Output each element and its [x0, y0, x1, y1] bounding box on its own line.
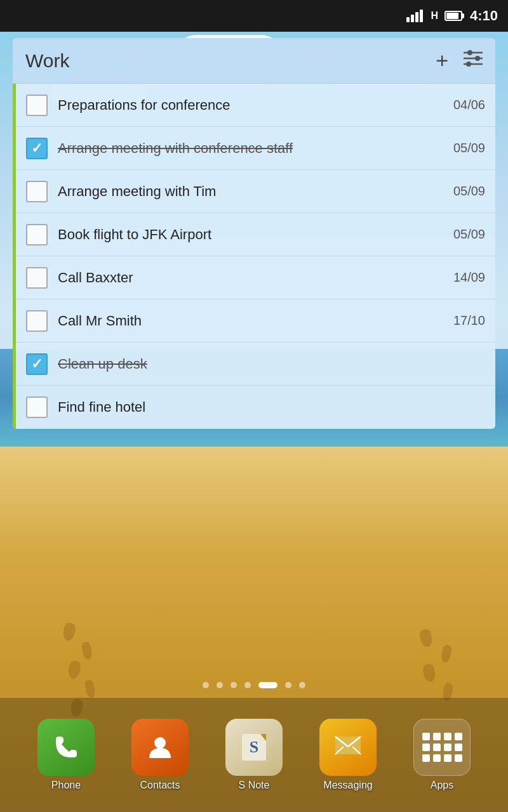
- task-text: Find fine hotel: [58, 399, 485, 416]
- dock-item-messaging[interactable]: Messaging: [319, 719, 377, 791]
- widget-title: Work: [25, 50, 69, 72]
- task-item[interactable]: Arrange meeting with Tim05/09: [16, 170, 495, 213]
- phone-icon: [37, 719, 95, 776]
- task-item[interactable]: Find fine hotel: [16, 386, 495, 429]
- page-indicator-dot[interactable]: [258, 682, 277, 688]
- task-date: 05/09: [453, 141, 485, 155]
- apps-grid-icon: [413, 719, 471, 776]
- task-date: 05/09: [453, 184, 485, 199]
- svg-point-6: [154, 737, 166, 749]
- status-time: 4:10: [470, 8, 498, 24]
- task-checkbox[interactable]: ✓: [26, 353, 48, 375]
- task-item[interactable]: Preparations for conference04/06: [16, 84, 495, 127]
- task-date: 17/10: [453, 313, 485, 328]
- page-indicator-dot[interactable]: [231, 682, 237, 688]
- task-text: Call Baxxter: [58, 270, 446, 286]
- task-text: Arrange meeting with Tim: [58, 183, 446, 200]
- contacts-icon: [131, 719, 189, 776]
- task-checkbox[interactable]: [26, 396, 48, 418]
- widget-header: Work +: [13, 38, 495, 84]
- battery-icon: [444, 11, 462, 21]
- snote-label: S Note: [239, 780, 270, 791]
- dock-item-snote[interactable]: S S Note: [225, 719, 283, 791]
- dock-item-contacts[interactable]: Contacts: [131, 719, 189, 791]
- add-task-button[interactable]: +: [436, 48, 448, 73]
- page-indicator-dot[interactable]: [285, 682, 291, 688]
- svg-point-4: [475, 56, 480, 61]
- svg-text:S: S: [250, 738, 258, 756]
- svg-point-5: [466, 62, 471, 67]
- page-indicator-dot[interactable]: [244, 682, 251, 688]
- task-checkbox[interactable]: [26, 181, 48, 202]
- task-text: Book flight to JFK Airport: [58, 226, 446, 243]
- dock-item-phone[interactable]: Phone: [37, 719, 95, 791]
- network-type-icon: H: [431, 10, 438, 22]
- page-indicator-dot[interactable]: [203, 682, 209, 688]
- task-checkbox[interactable]: [26, 95, 48, 116]
- task-date: 04/06: [453, 98, 485, 112]
- task-widget: Work + Preparations for conference04/06✓…: [13, 38, 495, 429]
- task-date: 14/09: [453, 270, 485, 285]
- page-indicator-dot[interactable]: [299, 682, 305, 688]
- task-date: 05/09: [453, 227, 485, 242]
- signal-icon: [406, 10, 423, 22]
- task-text: Preparations for conference: [58, 97, 446, 114]
- task-list: Preparations for conference04/06✓Arrange…: [13, 84, 495, 429]
- task-checkbox[interactable]: ✓: [26, 138, 48, 159]
- page-indicators: [0, 682, 508, 688]
- task-item[interactable]: Call Baxxter14/09: [16, 256, 495, 299]
- task-item[interactable]: Book flight to JFK Airport05/09: [16, 213, 495, 256]
- task-text: Arrange meeting with conference staff: [58, 140, 446, 157]
- dock-item-apps[interactable]: Apps: [413, 719, 471, 791]
- contacts-label: Contacts: [140, 780, 180, 791]
- task-text: Call Mr Smith: [58, 313, 446, 329]
- task-item[interactable]: ✓Clean up desk: [16, 343, 495, 386]
- task-item[interactable]: Call Mr Smith17/10: [16, 299, 495, 343]
- filter-button[interactable]: [464, 50, 483, 71]
- task-item[interactable]: ✓Arrange meeting with conference staff05…: [16, 127, 495, 170]
- dock: Phone Contacts S S Note: [0, 698, 508, 812]
- messaging-label: Messaging: [323, 780, 372, 791]
- task-checkbox[interactable]: [26, 224, 48, 246]
- task-checkbox[interactable]: [26, 310, 48, 332]
- messaging-icon: [319, 719, 377, 776]
- task-checkbox[interactable]: [26, 267, 48, 289]
- snote-icon: S: [225, 719, 283, 776]
- svg-point-3: [467, 50, 472, 55]
- apps-label: Apps: [431, 780, 453, 791]
- page-indicator-dot[interactable]: [217, 682, 223, 688]
- phone-label: Phone: [51, 780, 81, 791]
- task-text: Clean up desk: [58, 356, 485, 372]
- status-bar: H 4:10: [0, 0, 508, 32]
